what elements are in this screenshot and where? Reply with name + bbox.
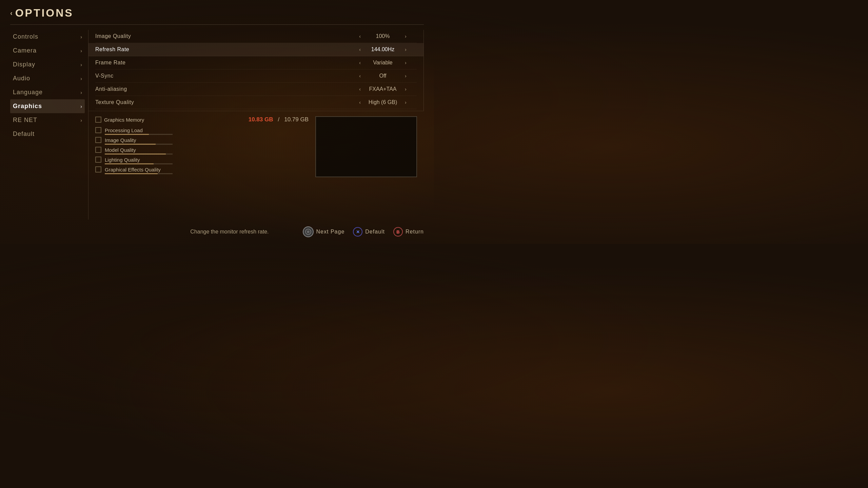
ls-icon — [303, 226, 314, 237]
checkbox-wrapper-processing-load: Processing Load — [95, 127, 309, 135]
setting-name-anti-aliasing: Anti-aliasing — [95, 86, 349, 92]
sidebar-item-language[interactable]: Language › — [10, 85, 85, 99]
memory-label: Graphics Memory — [104, 117, 246, 123]
memory-used: 10.83 GB — [249, 116, 273, 123]
preview-box — [315, 116, 417, 177]
checkbox-processing-load[interactable] — [95, 127, 101, 133]
checkbox-image-quality-cb[interactable] — [95, 137, 101, 143]
bar-image-quality-cb — [105, 144, 309, 145]
bar-track-model-quality — [105, 154, 173, 155]
next-page-label: Next Page — [316, 229, 345, 235]
setting-row-refresh-rate[interactable]: Refresh Rate ‹ 144.00Hz › — [88, 43, 423, 56]
setting-row-anti-aliasing[interactable]: Anti-aliasing ‹ FXAA+TAA › — [95, 83, 417, 96]
hint-text: Change the monitor refresh rate. — [156, 229, 302, 235]
next-vsync[interactable]: › — [405, 73, 407, 79]
sidebar-item-default[interactable]: Default — [10, 127, 85, 141]
sidebar-item-audio[interactable]: Audio › — [10, 72, 85, 85]
default-button[interactable]: ✕ Default — [353, 227, 385, 237]
checkbox-wrapper-lighting-quality: Lighting Quality — [95, 157, 309, 164]
setting-name-image-quality: Image Quality — [95, 33, 349, 39]
x-button-icon: ✕ — [353, 227, 362, 237]
bar-fill-graphical-effects — [105, 173, 158, 174]
setting-value-anti-aliasing: FXAA+TAA — [366, 86, 400, 92]
checkbox-model-quality[interactable] — [95, 147, 101, 153]
lower-section: Graphics Memory 10.83 GB / 10.79 GB Proc… — [88, 111, 424, 181]
setting-controls-refresh-rate: ‹ 144.00Hz › — [349, 46, 417, 53]
sidebar-item-display[interactable]: Display › — [10, 58, 85, 72]
checkbox-lighting-quality[interactable] — [95, 157, 101, 163]
b-button-icon: B — [393, 227, 403, 237]
sidebar-label-camera: Camera — [13, 47, 37, 54]
sidebar-item-re-net[interactable]: RE NET › — [10, 113, 85, 127]
prev-texture-quality[interactable]: ‹ — [359, 100, 361, 105]
setting-value-image-quality: 100% — [366, 33, 400, 39]
next-anti-aliasing[interactable]: › — [405, 86, 407, 92]
next-texture-quality[interactable]: › — [405, 100, 407, 105]
next-refresh-rate[interactable]: › — [405, 47, 407, 52]
header-divider — [10, 24, 424, 25]
back-icon: ‹ — [10, 9, 13, 17]
checkbox-row-model-quality: Model Quality — [95, 147, 309, 153]
setting-controls-vsync: ‹ Off › — [349, 73, 417, 79]
setting-value-refresh-rate: 144.00Hz — [366, 46, 400, 53]
setting-controls-anti-aliasing: ‹ FXAA+TAA › — [349, 86, 417, 92]
setting-value-frame-rate: Variable — [366, 60, 400, 66]
content-area: Image Quality ‹ 100% › Refresh Rate ‹ 14… — [88, 30, 424, 220]
sidebar-label-controls: Controls — [13, 33, 38, 40]
bar-lighting-quality — [105, 163, 309, 164]
checkbox-label-image-quality-cb: Image Quality — [105, 137, 309, 143]
sidebar-item-camera[interactable]: Camera › — [10, 44, 85, 58]
bar-track-lighting-quality — [105, 163, 173, 164]
prev-frame-rate[interactable]: ‹ — [359, 60, 361, 65]
setting-name-texture-quality: Texture Quality — [95, 99, 349, 105]
sidebar-label-audio: Audio — [13, 75, 30, 82]
memory-total: 10.79 GB — [284, 116, 309, 123]
checkboxes-section: Graphics Memory 10.83 GB / 10.79 GB Proc… — [95, 116, 309, 177]
checkbox-label-graphical-effects: Graphical Effects Quality — [105, 167, 309, 172]
sidebar-label-display: Display — [13, 61, 35, 68]
bar-track-graphical-effects — [105, 173, 173, 174]
checkbox-graphics-memory[interactable] — [95, 117, 101, 123]
setting-row-frame-rate[interactable]: Frame Rate ‹ Variable › — [95, 56, 417, 69]
setting-name-vsync: V-Sync — [95, 73, 349, 79]
default-label: Default — [365, 229, 385, 235]
checkbox-graphical-effects[interactable] — [95, 166, 101, 172]
sidebar-label-re-net: RE NET — [13, 117, 37, 124]
setting-name-frame-rate: Frame Rate — [95, 60, 349, 66]
setting-row-image-quality[interactable]: Image Quality ‹ 100% › — [95, 30, 417, 43]
checkbox-wrapper-graphical-effects: Graphical Effects Quality — [95, 166, 309, 174]
setting-row-vsync[interactable]: V-Sync ‹ Off › — [95, 69, 417, 83]
checkbox-row-processing-load: Processing Load — [95, 127, 309, 133]
svg-point-1 — [307, 230, 310, 233]
bar-fill-model-quality — [105, 154, 166, 155]
sidebar-arrow-camera: › — [80, 48, 82, 54]
sidebar-label-language: Language — [13, 89, 43, 96]
prev-refresh-rate[interactable]: ‹ — [359, 47, 361, 52]
checkbox-label-lighting-quality: Lighting Quality — [105, 157, 309, 163]
setting-controls-frame-rate: ‹ Variable › — [349, 60, 417, 66]
settings-list: Image Quality ‹ 100% › Refresh Rate ‹ 14… — [88, 30, 424, 111]
next-image-quality[interactable]: › — [405, 34, 407, 39]
setting-row-texture-quality[interactable]: Texture Quality ‹ High (6 GB) › — [95, 96, 417, 109]
return-button[interactable]: B Return — [393, 227, 424, 237]
checkbox-row-image-quality-cb: Image Quality — [95, 137, 309, 143]
prev-anti-aliasing[interactable]: ‹ — [359, 86, 361, 92]
setting-value-texture-quality: High (6 GB) — [366, 99, 400, 105]
bottom-buttons: Next Page ✕ Default B Return — [303, 226, 424, 237]
checkbox-label-model-quality: Model Quality — [105, 147, 309, 153]
sidebar-arrow-audio: › — [80, 76, 82, 81]
next-page-button[interactable]: Next Page — [303, 226, 345, 237]
sidebar-item-graphics[interactable]: Graphics › — [10, 99, 85, 113]
header: ‹ OPTIONS — [10, 7, 424, 19]
bar-fill-lighting-quality — [105, 163, 154, 164]
prev-vsync[interactable]: ‹ — [359, 73, 361, 79]
next-frame-rate[interactable]: › — [405, 60, 407, 65]
sidebar-item-controls[interactable]: Controls › — [10, 30, 85, 44]
sidebar-arrow-display: › — [80, 62, 82, 67]
prev-image-quality[interactable]: ‹ — [359, 34, 361, 39]
return-label: Return — [406, 229, 424, 235]
sidebar-arrow-re-net: › — [80, 118, 82, 123]
bar-graphical-effects — [105, 173, 309, 174]
bottom-bar: Change the monitor refresh rate. Next Pa… — [0, 226, 434, 237]
bar-track-processing-load — [105, 134, 173, 135]
